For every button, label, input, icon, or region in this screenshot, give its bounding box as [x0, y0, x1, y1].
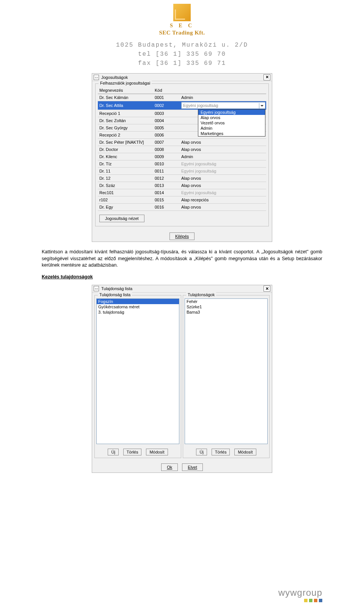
value-listbox[interactable]: FehérSzürke1Barna3 [185, 298, 268, 444]
cell-role[interactable]: Alap orvos [181, 140, 266, 144]
cell-role[interactable]: Alap orvos [181, 147, 266, 152]
delete-button[interactable]: Törlés [212, 449, 230, 455]
address-line: 1025 Budapest, Muraközi u. 2/D [42, 41, 322, 50]
table-row[interactable]: Dr. Tíz0010Egyéni jogosultság [98, 160, 266, 168]
table-row[interactable]: Dr. Sec Attila0002Egyéni jogosultságEgyé… [98, 101, 266, 110]
role-dropdown[interactable]: Egyéni jogosultság [181, 102, 265, 109]
cell-name: Dr. Sec Kálmán [98, 95, 155, 100]
cell-role[interactable]: Alap recepciós [181, 198, 266, 202]
dropdown-option[interactable]: Vezető orvos [198, 120, 265, 126]
table-row[interactable]: Dr. 110011Egyéni jogosultság [98, 168, 266, 175]
section-heading: Kezelés tulajdonságok [42, 274, 322, 279]
dropdown-option[interactable]: Egyéni jogosultság [198, 110, 265, 115]
cell-code: 0011 [155, 169, 181, 173]
cell-name: Dr. Kilenc [98, 154, 155, 159]
cell-name: Rec101 [98, 190, 155, 195]
list-item[interactable]: Barna3 [185, 309, 267, 315]
cell-role[interactable]: Alap orvos [181, 176, 266, 181]
table-row[interactable]: Rec1010014Egyéni jogosultság [98, 189, 266, 196]
window-title: Jogosultságok [101, 75, 264, 80]
dropdown-option[interactable]: Alap orvos [198, 115, 265, 120]
cell-code: 0012 [155, 176, 181, 181]
table-row[interactable]: Dr. 120012Alap orvos [98, 175, 266, 182]
ok-button[interactable]: Ok [161, 463, 178, 471]
pane2-legend: Tulajdonságok [186, 292, 216, 297]
pane1-legend: Tulajdonság lista [98, 292, 132, 297]
new-button[interactable]: Új [196, 449, 207, 455]
cell-name: Dr. Sec Attila [98, 103, 155, 108]
cell-name: Recepció 2 [98, 133, 155, 137]
cell-name: Dr. Tíz [98, 162, 155, 166]
cell-role[interactable]: Egyéni jogosultság [181, 190, 266, 195]
window-icon: ▭ [94, 75, 99, 80]
table-row[interactable]: Dr. Egy0016Alap orvos [98, 204, 266, 211]
list-item[interactable]: Gyökércsatorna méret [97, 304, 179, 309]
cell-code: 0008 [155, 147, 181, 152]
cell-name: Dr. 12 [98, 176, 155, 181]
footer-dots [0, 599, 322, 602]
footer-dot [304, 599, 308, 602]
instruction-paragraph: Kattintson a módosítani kívánt felhaszná… [42, 249, 322, 269]
col-name: Megnevezés [98, 88, 155, 93]
tel-line: tel [36 1] 335 69 70 [42, 50, 322, 59]
table-header: Megnevezés Kód [98, 87, 266, 94]
cell-role[interactable]: Admin [181, 154, 266, 159]
property-listbox[interactable]: FogszínGyökércsatorna méret3. tulajdonsá… [96, 298, 179, 444]
close-button[interactable]: ✕ [264, 286, 270, 292]
list-item[interactable]: Fogszín [97, 299, 179, 304]
cell-role[interactable]: Egyéni jogosultság [181, 162, 266, 166]
new-button[interactable]: Új [108, 449, 118, 455]
cell-role[interactable]: Alap orvos [181, 205, 266, 209]
permissions-window: ▭ Jogosultságok ✕ Felhasználók jogosults… [92, 73, 272, 242]
col-code: Kód [155, 88, 181, 93]
cancel-button[interactable]: Elvet [182, 463, 202, 471]
exit-button[interactable]: Kilépés [169, 232, 195, 240]
role-dropdown-list[interactable]: Egyéni jogosultságAlap orvosVezető orvos… [198, 109, 265, 137]
cell-code: 0005 [155, 126, 181, 130]
list-item[interactable]: 3. tulajdonság [97, 309, 179, 315]
list-item[interactable]: Szürke1 [185, 304, 267, 309]
table-row[interactable]: Dr. Sec Kálmán0001Admin [98, 94, 266, 101]
cell-code: 0010 [155, 162, 181, 166]
cell-code: 0013 [155, 183, 181, 188]
cell-code: 0006 [155, 133, 181, 137]
delete-button[interactable]: Törlés [123, 449, 142, 455]
list-item[interactable]: Fehér [185, 299, 267, 304]
cell-role[interactable]: Egyéni jogosultság [181, 169, 266, 173]
logo-icon [173, 4, 191, 21]
cell-role[interactable]: Alap orvos [181, 183, 266, 188]
cell-name: Dr. Doctor [98, 147, 155, 152]
table-row[interactable]: Dr. Száz0013Alap orvos [98, 182, 266, 189]
table-row[interactable]: Dr. Doctor0008Alap orvos [98, 146, 266, 153]
cell-role[interactable]: Egyéni jogosultságEgyéni jogosultságAlap… [181, 102, 266, 109]
cell-name: Dr. Sec Zoltán [98, 118, 155, 123]
table-row[interactable]: Dr. Kilenc0009Admin [98, 153, 266, 160]
cell-role[interactable]: Admin [181, 95, 266, 100]
window-icon: ▭ [94, 286, 99, 291]
modify-button[interactable]: Módosít [146, 449, 168, 455]
titlebar: ▭ Jogosultságok ✕ [92, 74, 272, 81]
table-row[interactable]: r1020015Alap recepciós [98, 196, 266, 204]
window-title: Tulajdonság lista [101, 286, 264, 291]
footer-brand: wywgroup [278, 587, 322, 598]
fax-line: fax [36 1] 335 69 71 [42, 59, 322, 68]
pane-property-values: Tulajdonságok FehérSzürke1Barna3 Új Törl… [183, 295, 270, 458]
chevron-down-icon[interactable] [259, 103, 264, 108]
cell-code: 0003 [155, 111, 181, 116]
view-permissions-button[interactable]: Jogosultság nézet [99, 215, 144, 222]
table-row[interactable]: Dr. Sec Péter [INAKTÍV]0007Alap orvos [98, 139, 266, 146]
pane-property-list: Tulajdonság lista FogszínGyökércsatorna … [94, 295, 181, 458]
cell-name: Dr. 11 [98, 169, 155, 173]
cell-name: Dr. Sec Péter [INAKTÍV] [98, 140, 155, 144]
modify-button[interactable]: Módosít [234, 449, 256, 455]
users-fieldset: Felhasználók jogosultságai Megnevezés Kó… [95, 83, 269, 226]
logo-block: S E C SEC Trading Kft. [159, 4, 205, 36]
users-legend: Felhasználók jogosultságai [99, 81, 152, 85]
property-list-window: ▭ Tulajdonság lista ✕ Tulajdonság lista … [92, 285, 272, 473]
close-button[interactable]: ✕ [264, 74, 270, 80]
cell-code: 0001 [155, 95, 181, 100]
cell-code: 0007 [155, 140, 181, 144]
dropdown-option[interactable]: Admin [198, 126, 265, 131]
cell-code: 0014 [155, 190, 181, 195]
dropdown-option[interactable]: Marketinges [198, 131, 265, 136]
